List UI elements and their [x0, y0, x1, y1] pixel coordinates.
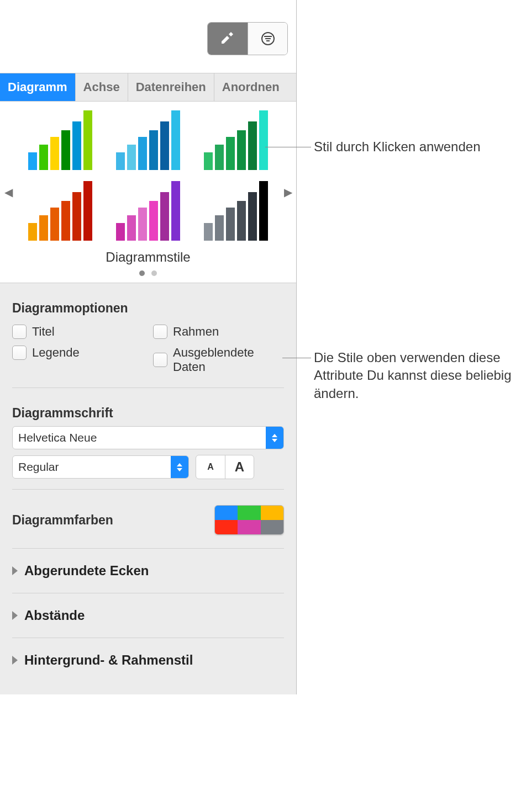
bar-icon [248, 121, 257, 170]
checkbox-border[interactable]: Rahmen [153, 321, 284, 342]
swatch-cell [238, 506, 260, 520]
page-dot-1[interactable] [139, 270, 145, 276]
font-smaller-button[interactable]: A [196, 455, 225, 479]
bar-icon [28, 152, 37, 170]
bar-icon [259, 110, 268, 170]
chart-style-thumb-6[interactable] [199, 181, 273, 242]
swatch-cell [238, 520, 260, 534]
bar-icon [149, 130, 158, 170]
chart-styles-panel: ◀ ▶ Diagrammstile [0, 102, 296, 283]
chevron-right-icon [12, 656, 18, 665]
chart-style-thumb-4[interactable] [23, 181, 97, 242]
bar-icon [215, 215, 224, 241]
toolbar: Format Organisieren [0, 0, 296, 73]
bar-icon [237, 201, 246, 241]
swatch-cell [261, 506, 283, 520]
bar-icon [215, 145, 224, 170]
chevron-right-icon [12, 566, 18, 575]
bar-icon [149, 201, 158, 241]
tab-bar: Diagramm Achse Datenreihen Anordnen [0, 73, 296, 102]
bar-icon [171, 110, 180, 170]
checkbox-icon [12, 346, 27, 360]
bar-icon [127, 145, 136, 170]
disclosure-label: Hintergrund- & Rahmenstil [24, 652, 193, 668]
tab-arrange[interactable]: Anordnen [214, 73, 287, 101]
bar-icon [116, 152, 125, 170]
bar-icon [39, 145, 48, 170]
bar-icon [171, 181, 180, 241]
callout-line [282, 358, 311, 358]
checkbox-title[interactable]: Titel [12, 321, 143, 342]
mode-segmented-control: Format Organisieren [207, 22, 288, 55]
font-weight-value: Regular [18, 460, 59, 474]
bar-icon [39, 215, 48, 241]
page-dot-2[interactable] [151, 270, 157, 276]
styles-prev-arrow[interactable]: ◀ [2, 184, 14, 200]
bar-icon [138, 208, 147, 241]
font-heading: Diagrammschrift [12, 388, 284, 426]
page-dots [0, 268, 296, 278]
organize-button[interactable]: Organisieren [248, 23, 287, 55]
popup-arrows-icon [171, 456, 188, 478]
bar-icon [248, 192, 257, 241]
options-heading: Diagrammoptionen [12, 283, 284, 321]
chart-style-thumb-2[interactable] [111, 110, 185, 171]
bar-icon [204, 152, 213, 170]
chart-style-thumb-5[interactable] [111, 181, 185, 242]
bar-icon [83, 110, 92, 170]
callout-options: Die Stile oben verwenden diese Attribute… [314, 349, 524, 402]
callout-line [265, 147, 311, 147]
disclosure-label: Abstände [24, 608, 85, 623]
font-larger-button[interactable]: A [225, 455, 254, 479]
checkbox-icon [12, 325, 27, 339]
bar-icon [50, 208, 59, 241]
chart-options-scroll: Diagrammoptionen Titel Legende Rahmen [0, 283, 296, 694]
chart-style-thumb-1[interactable] [23, 110, 97, 171]
callout-styles: Stil durch Klicken anwenden [314, 138, 481, 156]
popup-arrows-icon [266, 427, 283, 449]
chart-style-thumb-3[interactable] [199, 110, 273, 171]
swatch-cell [215, 506, 238, 520]
tab-chart[interactable]: Diagramm [0, 73, 76, 101]
bar-icon [226, 137, 235, 170]
font-size-stepper: A A [196, 455, 254, 479]
bar-icon [259, 181, 268, 241]
checkbox-label: Legende [32, 346, 80, 360]
bar-icon [138, 137, 147, 170]
bar-icon [28, 223, 37, 241]
bar-icon [61, 130, 70, 170]
bar-icon [160, 192, 169, 241]
format-button[interactable]: Format [208, 23, 248, 55]
font-family-popup[interactable]: Helvetica Neue [12, 426, 284, 449]
colors-heading: Diagrammfarben [12, 513, 113, 528]
bar-icon [160, 121, 169, 170]
checkbox-icon [153, 353, 167, 367]
disclosure-label: Abgerundete Ecken [24, 563, 149, 579]
checkbox-legend[interactable]: Legende [12, 342, 143, 363]
font-weight-popup[interactable]: Regular [12, 455, 189, 479]
chevron-right-icon [12, 611, 18, 620]
disclosure-rounded-corners[interactable]: Abgerundete Ecken [12, 549, 284, 593]
bar-icon [61, 201, 70, 241]
checkbox-label: Ausgeblendete Daten [173, 346, 284, 374]
checkbox-label: Rahmen [173, 325, 219, 339]
tab-series[interactable]: Datenreihen [128, 73, 214, 101]
bar-icon [116, 223, 125, 241]
tab-axis[interactable]: Achse [76, 73, 128, 101]
inspector-sidebar: Format Organisieren Diagramm Achse Daten… [0, 0, 297, 694]
styles-next-arrow[interactable]: ▶ [282, 184, 294, 200]
checkbox-label: Titel [32, 325, 55, 339]
checkbox-hidden-data[interactable]: Ausgeblendete Daten [153, 342, 284, 378]
disclosure-gaps[interactable]: Abstände [12, 593, 284, 638]
chart-colors-button[interactable] [214, 505, 284, 535]
bar-icon [237, 130, 246, 170]
disclosure-background[interactable]: Hintergrund- & Rahmenstil [12, 638, 284, 682]
bar-icon [83, 181, 92, 241]
checkbox-icon [153, 325, 167, 339]
font-family-value: Helvetica Neue [18, 431, 97, 444]
bar-icon [204, 223, 213, 241]
swatch-cell [215, 520, 238, 534]
styles-caption: Diagrammstile [0, 250, 296, 265]
bar-icon [72, 121, 81, 170]
bar-icon [127, 215, 136, 241]
